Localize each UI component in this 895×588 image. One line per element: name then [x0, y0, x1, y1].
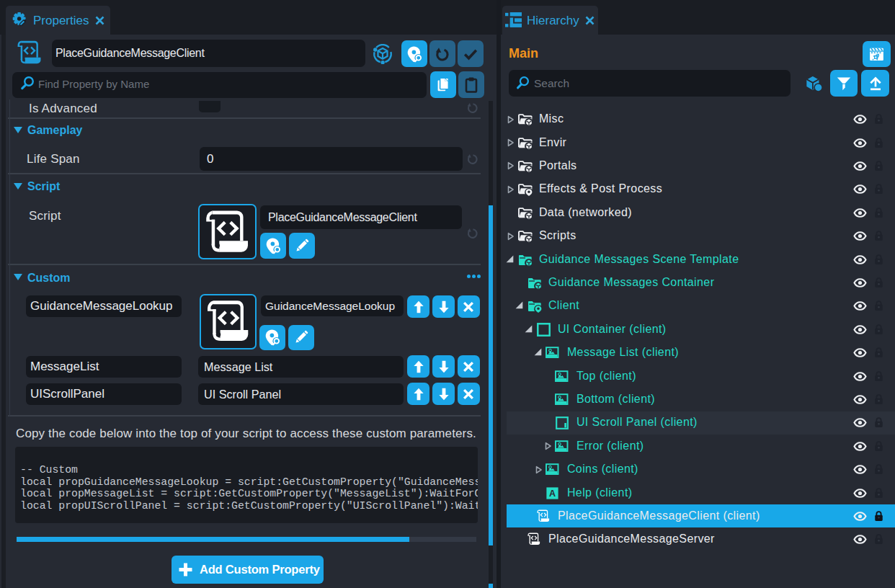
svg-text:A: A	[549, 489, 556, 499]
